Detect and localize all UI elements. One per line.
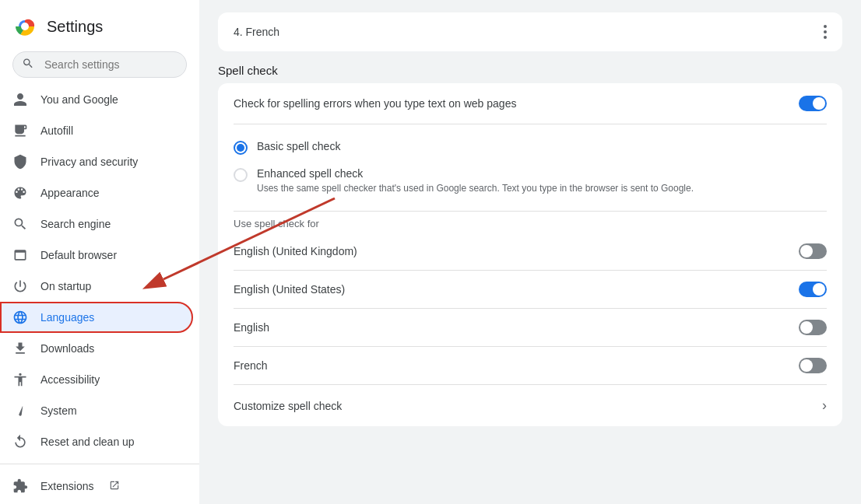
toggle-knob: [813, 97, 825, 110]
autofill-icon: [12, 123, 28, 138]
sidebar-item-reset-cleanup[interactable]: Reset and clean up: [0, 426, 193, 457]
toggle-knob: [813, 283, 825, 296]
search-input[interactable]: [12, 51, 187, 78]
customize-spell-check-label: Customize spell check: [234, 400, 342, 412]
lang-label-english-us: English (United States): [234, 283, 345, 296]
sidebar-item-autofill[interactable]: Autofill: [0, 115, 193, 146]
appearance-icon: [12, 185, 28, 201]
sidebar-item-label: System: [40, 404, 77, 417]
sidebar-item-label: You and Google: [40, 93, 118, 106]
sidebar-nav: You and Google Autofill Privacy and secu…: [0, 84, 199, 504]
french-label: 4. French: [234, 26, 279, 38]
sidebar-item-label: Privacy and security: [40, 156, 138, 168]
browser-icon: [12, 247, 28, 263]
globe-icon: [12, 310, 28, 325]
sidebar-item-label: Search engine: [40, 218, 111, 230]
chevron-right-icon: ›: [822, 397, 827, 414]
sidebar-item-label: Accessibility: [40, 373, 100, 386]
basic-spell-check-item[interactable]: Basic spell check: [234, 134, 827, 161]
sidebar-item-search-engine[interactable]: Search engine: [0, 208, 193, 240]
enhanced-spell-check-radio[interactable]: [234, 168, 248, 182]
sidebar-item-on-startup[interactable]: On startup: [0, 271, 193, 302]
main-content: 4. French Spell check Check for spelling…: [199, 0, 861, 504]
sidebar-item-label: Appearance: [40, 187, 100, 199]
spell-check-radio-group: Basic spell check Enhanced spell check U…: [218, 124, 842, 211]
lang-toggle-english[interactable]: [799, 320, 827, 335]
sidebar-item-label: Autofill: [40, 124, 73, 137]
chrome-logo-icon: [12, 14, 37, 39]
customize-spell-check-row[interactable]: Customize spell check ›: [218, 385, 842, 426]
spell-check-toggle[interactable]: [799, 96, 827, 111]
lang-row-english: English: [218, 309, 842, 346]
lang-toggle-english-uk[interactable]: [799, 243, 827, 259]
toggle-knob: [800, 359, 813, 372]
basic-spell-check-label: Basic spell check: [257, 140, 340, 152]
sidebar-item-accessibility[interactable]: Accessibility: [0, 364, 193, 395]
spell-check-section-title: Spell check: [218, 64, 842, 77]
sidebar-item-downloads[interactable]: Downloads: [0, 333, 193, 364]
lang-row-english-us: English (United States): [218, 271, 842, 308]
extensions-icon: [12, 478, 28, 494]
sidebar: Settings You and Google Auto: [0, 0, 199, 504]
lang-row-english-uk: English (United Kingdom): [218, 233, 842, 270]
lang-label-english-uk: English (United Kingdom): [234, 245, 357, 257]
sidebar-item-label: Downloads: [40, 342, 94, 355]
reset-icon: [12, 434, 28, 450]
download-icon: [12, 341, 28, 356]
sidebar-item-default-browser[interactable]: Default browser: [0, 240, 193, 271]
lang-toggle-english-us[interactable]: [799, 282, 827, 297]
accessibility-icon: [12, 372, 28, 387]
lang-label-french: French: [234, 359, 268, 372]
toggle-knob: [800, 245, 813, 257]
sidebar-item-label: Reset and clean up: [40, 436, 135, 448]
sidebar-header: Settings: [0, 6, 199, 51]
lang-label-english: English: [234, 321, 269, 334]
toggle-knob: [800, 321, 813, 334]
sidebar-item-label: Languages: [40, 311, 94, 324]
spell-check-toggle-label: Check for spelling errors when you type …: [234, 97, 516, 110]
sidebar-item-you-and-google[interactable]: You and Google: [0, 84, 193, 115]
sidebar-item-appearance[interactable]: Appearance: [0, 177, 193, 208]
settings-title: Settings: [47, 18, 103, 36]
search-icon: [22, 58, 34, 72]
lang-toggle-french[interactable]: [799, 358, 827, 373]
sidebar-item-label: On startup: [40, 280, 91, 292]
extensions-label: Extensions: [40, 480, 93, 492]
person-icon: [12, 92, 28, 107]
use-spell-check-for-label: Use spell check for: [218, 212, 842, 233]
lang-row-french: French: [218, 347, 842, 384]
enhanced-spell-check-desc: Uses the same spell checker that's used …: [257, 181, 694, 195]
search-engine-icon: [12, 216, 28, 232]
basic-spell-check-radio[interactable]: [234, 141, 248, 155]
startup-icon: [12, 278, 28, 294]
sidebar-item-label: Default browser: [40, 249, 117, 261]
three-dots-menu[interactable]: [824, 25, 827, 39]
enhanced-spell-check-label: Enhanced spell check: [257, 167, 694, 180]
spell-check-card: Check for spelling errors when you type …: [218, 83, 842, 426]
sidebar-item-languages[interactable]: Languages: [0, 302, 193, 333]
french-row: 4. French: [218, 12, 842, 51]
french-card: 4. French: [218, 12, 842, 51]
sidebar-item-extensions[interactable]: Extensions: [0, 471, 193, 502]
sidebar-item-privacy-security[interactable]: Privacy and security: [0, 146, 193, 177]
system-icon: [12, 403, 28, 418]
spell-check-toggle-row: Check for spelling errors when you type …: [218, 83, 842, 124]
enhanced-spell-check-item[interactable]: Enhanced spell check Uses the same spell…: [234, 161, 827, 201]
nav-divider: [0, 464, 199, 464]
sidebar-item-system[interactable]: System: [0, 395, 193, 426]
external-link-icon: [109, 480, 120, 493]
svg-point-1: [21, 23, 29, 30]
search-bar: [12, 51, 187, 78]
shield-icon: [12, 154, 28, 170]
